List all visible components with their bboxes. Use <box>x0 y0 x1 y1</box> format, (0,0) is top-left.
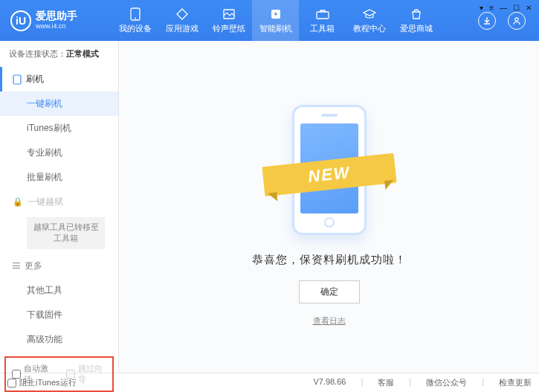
logo: iU 爱思助手 www.i4.cn <box>6 10 112 31</box>
sidebar-item-other-tools[interactable]: 其他工具 <box>0 278 118 303</box>
sidebar-section-flash[interactable]: 刷机 <box>0 67 118 91</box>
logo-icon: iU <box>10 10 31 31</box>
window-controls: ▾ ≡ — ☐ ✕ <box>480 4 532 12</box>
svg-rect-6 <box>13 75 21 84</box>
nav-flash[interactable]: 智能刷机 <box>252 0 299 41</box>
header-actions <box>478 12 533 30</box>
sidebar-item-download-firmware[interactable]: 下载固件 <box>0 303 118 327</box>
graduate-icon <box>362 7 377 21</box>
version-label: V7.98.66 <box>313 377 346 388</box>
footer-link-support[interactable]: 客服 <box>378 377 394 388</box>
nav-store[interactable]: 爱思商城 <box>393 0 439 41</box>
flash-icon <box>268 7 283 21</box>
logo-title: 爱思助手 <box>36 10 77 22</box>
svg-point-5 <box>515 17 518 20</box>
sidebar-item-itunes-flash[interactable]: iTunes刷机 <box>0 116 118 141</box>
close-icon[interactable]: ✕ <box>526 4 532 12</box>
block-itunes-checkbox[interactable]: 阻止iTunes运行 <box>7 377 77 388</box>
wallpaper-icon <box>222 7 236 21</box>
jailbreak-note: 越狱工具已转移至 工具箱 <box>27 217 105 249</box>
ok-button[interactable]: 确定 <box>299 280 360 303</box>
success-illustration: NEW <box>274 102 385 240</box>
sidebar: 设备连接状态：正常模式 刷机 一键刷机 iTunes刷机 专业刷机 批量刷机 🔒… <box>0 41 119 373</box>
sidebar-item-advanced[interactable]: 高级功能 <box>0 327 118 352</box>
nav-toolbox[interactable]: 工具箱 <box>299 0 346 41</box>
nav-tutorials[interactable]: 教程中心 <box>346 0 393 41</box>
lock-icon: 🔒 <box>13 197 23 207</box>
device-icon <box>13 74 22 85</box>
phone-icon <box>128 7 143 21</box>
minimize-icon[interactable]: — <box>500 4 507 12</box>
connection-status: 设备连接状态：正常模式 <box>0 41 118 67</box>
main-panel: NEW 恭喜您，保资料刷机成功啦！ 确定 查看日志 <box>119 41 539 373</box>
sidebar-item-batch-flash[interactable]: 批量刷机 <box>0 165 118 190</box>
user-button[interactable] <box>508 12 526 30</box>
footer-link-update[interactable]: 检查更新 <box>499 377 532 388</box>
nav-my-device[interactable]: 我的设备 <box>112 0 158 41</box>
hamburger-icon <box>13 263 20 269</box>
sidebar-section-more[interactable]: 更多 <box>0 254 118 278</box>
maximize-icon[interactable]: ☐ <box>513 4 520 12</box>
apps-icon <box>175 7 190 21</box>
download-button[interactable] <box>478 12 496 30</box>
nav-ringtones[interactable]: 铃声壁纸 <box>205 0 252 41</box>
header: ▾ ≡ — ☐ ✕ iU 爱思助手 www.i4.cn 我的设备 应用游戏 铃声… <box>0 0 539 41</box>
success-message: 恭喜您，保资料刷机成功啦！ <box>252 253 407 267</box>
menu-icon[interactable]: ▾ <box>480 4 483 12</box>
toolbox-icon <box>315 7 330 21</box>
sidebar-item-oneclick-flash[interactable]: 一键刷机 <box>0 91 118 116</box>
view-log-link[interactable]: 查看日志 <box>313 315 346 327</box>
logo-subtitle: www.i4.cn <box>36 22 77 30</box>
nav-apps[interactable]: 应用游戏 <box>158 0 205 41</box>
store-icon <box>409 7 424 21</box>
settings-icon[interactable]: ≡ <box>489 4 494 12</box>
svg-rect-4 <box>317 12 329 19</box>
top-nav: 我的设备 应用游戏 铃声壁纸 智能刷机 工具箱 教程中心 爱思商城 <box>112 0 478 41</box>
sidebar-item-pro-flash[interactable]: 专业刷机 <box>0 141 118 165</box>
svg-point-1 <box>135 17 136 19</box>
footer-link-wechat[interactable]: 微信公众号 <box>426 377 467 388</box>
sidebar-section-jailbreak[interactable]: 🔒 一键越狱 <box>0 190 118 214</box>
